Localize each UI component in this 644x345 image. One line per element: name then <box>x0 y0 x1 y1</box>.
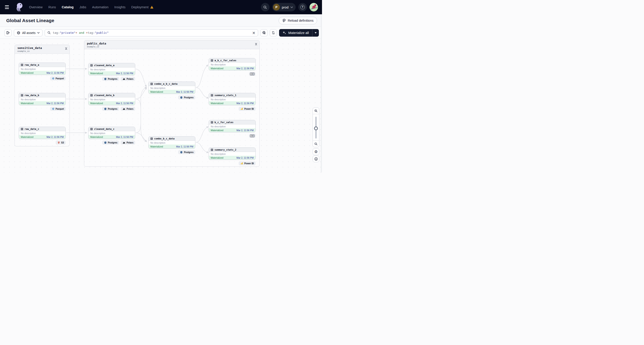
asset-description: No description <box>19 98 66 101</box>
tag-postgres[interactable]: Postgres <box>102 140 119 144</box>
collapse-group-icon[interactable] <box>255 42 257 46</box>
tag-parquet[interactable]: Parquet <box>50 107 66 111</box>
table-icon <box>21 128 23 130</box>
asset-description: No description <box>148 86 195 90</box>
parquet-icon <box>52 108 54 110</box>
filter-scope-button[interactable] <box>260 29 268 36</box>
zoom-slider-thumb[interactable] <box>314 126 318 130</box>
query-text: tag:"private"+ and +tag:"public" <box>53 31 109 34</box>
materialize-all-button[interactable]: Materialize all <box>279 29 312 37</box>
dagster-logo-icon[interactable] <box>15 2 24 12</box>
menu-icon[interactable] <box>4 3 12 11</box>
help-button[interactable]: ? <box>298 3 307 12</box>
asset-node-cleaned-data-c[interactable]: cleaned_data_c No description Materializ… <box>88 127 135 139</box>
asset-name: cleaned_data_b <box>94 94 114 96</box>
asset-node-combo-a-b-c-data[interactable]: combo_a_b_c_data No description Material… <box>148 82 195 94</box>
table-icon <box>211 121 213 124</box>
postgres-icon <box>104 108 107 110</box>
tag-csv[interactable]: csv <box>249 134 256 138</box>
primary-nav: Overview Runs Catalog Jobs Automation In… <box>29 5 154 9</box>
environment-switcher[interactable]: P prod <box>272 3 296 12</box>
nav-item-catalog[interactable]: Catalog <box>62 5 74 9</box>
tag-power-bi[interactable]: Power BI <box>239 161 256 165</box>
user-avatar[interactable] <box>310 3 318 12</box>
graph-settings-button[interactable]: ⚙ <box>312 148 319 155</box>
parquet-icon <box>52 77 54 80</box>
asset-node-cleaned-data-b[interactable]: cleaned_data_b No description Materializ… <box>88 93 135 105</box>
search-icon <box>47 31 51 34</box>
asset-name: summary_stats_2 <box>214 148 236 151</box>
asset-node-raw-data-c[interactable]: raw_data_c No description Materialized M… <box>19 127 66 139</box>
reload-definitions-label: Reload definitions <box>288 19 314 22</box>
asset-search-input[interactable]: tag:"private"+ and +tag:"public" × <box>45 29 258 36</box>
tag-postgres[interactable]: Postgres <box>102 107 119 111</box>
download-graph-button[interactable] <box>312 156 319 162</box>
table-icon <box>211 148 213 151</box>
asset-scope-label: All assets <box>22 31 36 35</box>
asset-node-cleaned-data-a[interactable]: cleaned_data_a No description Materializ… <box>88 63 135 75</box>
nav-item-insights[interactable]: Insights <box>114 5 125 9</box>
table-icon <box>211 94 213 96</box>
materialize-all-label: Materialize all <box>288 31 309 35</box>
zoom-control <box>312 108 319 147</box>
table-icon <box>150 138 153 140</box>
materialization-timestamp: Mar 2, 11:56 PM <box>236 67 254 70</box>
table-icon <box>21 94 23 96</box>
asset-name: a_b_c_for_sales <box>214 59 236 62</box>
asset-node-summary-stats-2[interactable]: summary_stats_2 No description Materiali… <box>209 148 256 160</box>
collapse-group-icon[interactable] <box>65 46 67 51</box>
panel-expand-icon <box>6 31 10 35</box>
lineage-canvas[interactable]: sensitive_data example_co public_data ex… <box>0 39 321 172</box>
tag-power-bi[interactable]: Power BI <box>239 107 256 111</box>
asset-node-combo-b-c-data[interactable]: combo_b_c_data No description Materializ… <box>148 136 195 148</box>
search-icon <box>263 5 267 9</box>
group-subtitle: example_co <box>87 46 106 48</box>
zoom-in-button[interactable] <box>313 108 319 114</box>
nav-item-runs[interactable]: Runs <box>48 5 56 9</box>
materialization-timestamp: Mar 2, 11:56 PM <box>116 102 133 104</box>
asset-node-raw-data-b[interactable]: raw_data_b No description Materialized M… <box>19 93 66 105</box>
group-title: public_data <box>87 42 106 45</box>
table-icon <box>211 59 213 62</box>
reload-cube-icon <box>282 18 286 22</box>
global-search-button[interactable] <box>261 3 270 12</box>
asset-node-b-c-for-sales[interactable]: b_c_for_sales No description Materialize… <box>209 120 256 132</box>
reload-definitions-button[interactable]: Reload definitions <box>279 17 317 24</box>
refresh-button[interactable] <box>270 29 277 36</box>
status-badge: Materialized <box>21 72 34 74</box>
asset-description: No description <box>19 67 66 71</box>
zoom-out-button[interactable] <box>313 141 319 147</box>
materialize-options-button[interactable] <box>312 29 319 37</box>
tag-postgres[interactable]: Postgres <box>178 96 195 100</box>
nav-item-deployment[interactable]: Deployment <box>131 5 148 9</box>
table-icon <box>21 64 23 66</box>
table-icon <box>90 94 93 96</box>
tag-csv[interactable]: csv <box>249 72 256 76</box>
tag-s3[interactable]: S3 <box>56 140 66 144</box>
tag-polars[interactable]: Polars <box>121 77 135 81</box>
asset-node-summary-stats-1[interactable]: summary_stats_1 No description Materiali… <box>209 93 256 105</box>
clear-search-icon[interactable]: × <box>252 31 256 35</box>
nav-item-jobs[interactable]: Jobs <box>79 5 86 9</box>
asset-description: No description <box>88 98 135 101</box>
status-badge: Materialized <box>150 145 163 148</box>
tag-parquet[interactable]: Parquet <box>50 76 66 80</box>
asset-scope-dropdown[interactable]: All assets <box>14 29 42 36</box>
warning-icon <box>150 6 154 9</box>
nav-item-overview[interactable]: Overview <box>29 5 42 9</box>
asset-node-raw-data-a[interactable]: raw_data_a No description Materialized M… <box>19 62 66 75</box>
tag-postgres[interactable]: Postgres <box>178 150 195 154</box>
s3-bucket-icon <box>58 141 60 144</box>
tag-polars[interactable]: Polars <box>121 140 135 144</box>
postgres-icon <box>104 78 107 80</box>
lineage-toolbar: All assets tag:"private"+ and +tag:"publ… <box>0 27 322 39</box>
asset-node-a-b-c-for-sales[interactable]: a_b_c_for_sales No description Materiali… <box>209 58 256 70</box>
asset-name: cleaned_data_a <box>94 64 114 66</box>
tag-postgres[interactable]: Postgres <box>102 77 119 81</box>
nav-item-automation[interactable]: Automation <box>92 5 108 9</box>
tag-polars[interactable]: Polars <box>121 107 135 111</box>
materialization-timestamp: Mar 2, 11:56 PM <box>176 145 193 148</box>
page-scrollbar[interactable] <box>321 14 322 172</box>
toggle-sidebar-button[interactable] <box>4 29 12 36</box>
table-icon <box>90 128 93 130</box>
